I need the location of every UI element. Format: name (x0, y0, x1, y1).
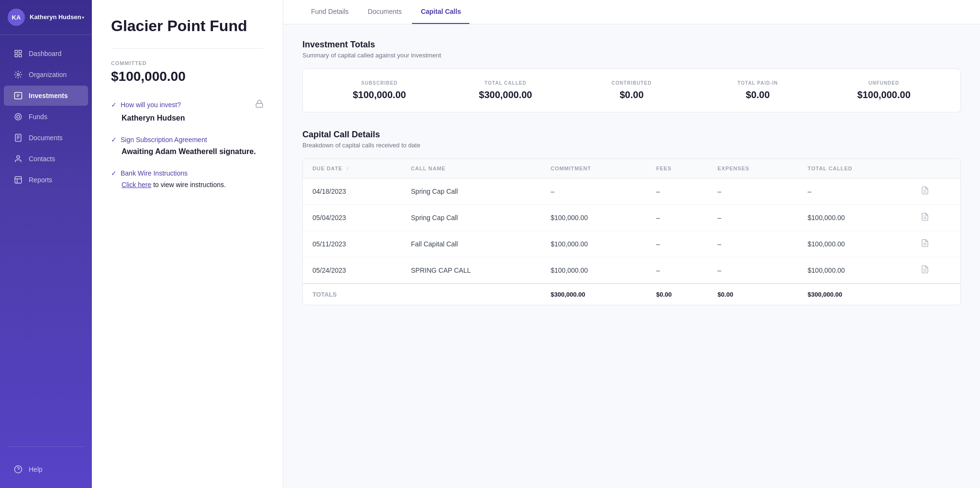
user-menu[interactable]: KA Katheryn Hudsen ▾ (0, 0, 92, 35)
tabs-bar: Fund Details Documents Capital Calls (283, 0, 980, 24)
tab-fund-details[interactable]: Fund Details (302, 0, 357, 24)
svg-rect-12 (256, 103, 263, 107)
organization-icon (13, 70, 23, 79)
total-contributed: CONTRIBUTED $0.00 (568, 80, 695, 100)
capital-call-details-title: Capital Call Details (302, 130, 961, 140)
capital-call-details-section: Capital Call Details Breakdown of capita… (302, 130, 961, 305)
funds-icon (13, 112, 23, 122)
table-row: 05/24/2023 SPRING CAP CALL $100,000.00 –… (303, 257, 960, 284)
svg-point-7 (17, 115, 20, 118)
content-area: Investment Totals Summary of capital cal… (283, 24, 980, 321)
totals-total-called: $300,000.00 (798, 284, 912, 305)
wire-instructions-link[interactable]: Click here (122, 181, 151, 189)
step-title-2: Sign Subscription Agreement (121, 136, 207, 144)
totals-card: SUBSCRIBED $100,000.00 TOTAL CALLED $300… (302, 68, 961, 112)
sidebar-item-contacts[interactable]: Contacts (4, 149, 88, 169)
row1-action (911, 178, 960, 205)
row2-commitment: $100,000.00 (541, 205, 646, 231)
th-due-date[interactable]: DUE DATE ↑ (303, 159, 401, 178)
sidebar: KA Katheryn Hudsen ▾ Dashboard Organizat… (0, 0, 92, 488)
sidebar-item-dashboard[interactable]: Dashboard (4, 44, 88, 64)
totals-expenses: $0.00 (708, 284, 798, 305)
sidebar-item-label-contacts: Contacts (29, 155, 55, 163)
sidebar-item-documents[interactable]: Documents (4, 128, 88, 148)
row4-commitment: $100,000.00 (541, 257, 646, 284)
row2-call-name: Spring Cap Call (401, 205, 541, 231)
th-actions (911, 159, 960, 178)
total-subscribed-value: $100,000.00 (316, 89, 443, 100)
svg-rect-10 (15, 177, 22, 183)
svg-point-6 (15, 113, 22, 120)
step-value-1: Katheryn Hudsen (111, 114, 264, 122)
row2-expenses: – (708, 205, 798, 231)
check-icon-2: ✓ (111, 136, 117, 144)
main-content: Glacier Point Fund COMMITTED $100,000.00… (92, 0, 980, 488)
sidebar-divider (8, 446, 84, 447)
sidebar-bottom: Help (0, 451, 92, 488)
th-fees: FEES (646, 159, 708, 178)
user-info: Katheryn Hudsen (30, 13, 82, 22)
lock-icon (255, 100, 264, 110)
row3-due-date: 05/11/2023 (303, 231, 401, 257)
row3-expenses: – (708, 231, 798, 257)
tab-documents[interactable]: Documents (359, 0, 411, 24)
svg-rect-2 (15, 55, 17, 57)
sidebar-item-label-organization: Organization (29, 71, 67, 78)
sidebar-item-label-documents: Documents (29, 134, 63, 142)
document-icon[interactable] (921, 188, 929, 196)
wire-instructions-text: to view wire instructions. (153, 181, 226, 189)
row3-fees: – (646, 231, 708, 257)
user-name: Katheryn Hudsen (30, 13, 82, 22)
row4-call-name: SPRING CAP CALL (401, 257, 541, 284)
sidebar-item-organization[interactable]: Organization (4, 65, 88, 85)
sidebar-item-label-help: Help (29, 466, 43, 473)
table-row: 05/11/2023 Fall Capital Call $100,000.00… (303, 231, 960, 257)
row3-action (911, 231, 960, 257)
svg-rect-1 (19, 50, 22, 53)
sidebar-nav: Dashboard Organization Investments Funds… (0, 35, 92, 443)
th-expenses: EXPENSES (708, 159, 798, 178)
sidebar-item-help[interactable]: Help (4, 459, 88, 479)
row1-due-date: 04/18/2023 (303, 178, 401, 205)
row1-call-name: Spring Cap Call (401, 178, 541, 205)
total-paid-in: TOTAL PAID-IN $0.00 (695, 80, 821, 100)
totals-commitment: $300,000.00 (541, 284, 646, 305)
left-panel: Glacier Point Fund COMMITTED $100,000.00… (92, 0, 283, 488)
investments-icon (13, 91, 23, 100)
row2-total-called: $100,000.00 (798, 205, 912, 231)
investment-totals-title: Investment Totals (302, 40, 961, 50)
row1-fees: – (646, 178, 708, 205)
divider (111, 48, 264, 49)
row3-commitment: $100,000.00 (541, 231, 646, 257)
contributed-value: $0.00 (568, 89, 695, 100)
step-title-3: Bank Wire Instructions (121, 169, 188, 177)
sidebar-item-label-reports: Reports (29, 176, 52, 184)
document-icon[interactable] (921, 267, 929, 275)
investment-totals-section: Investment Totals Summary of capital cal… (302, 40, 961, 112)
row2-action (911, 205, 960, 231)
table-header-row: DUE DATE ↑ CALL NAME COMMITMENT FEES EXP… (303, 159, 960, 178)
table-totals-row: TOTALS $300,000.00 $0.00 $0.00 $300,000.… (303, 284, 960, 305)
sort-arrow-icon: ↑ (346, 166, 349, 171)
sidebar-item-investments[interactable]: Investments (4, 86, 88, 106)
fund-title: Glacier Point Fund (111, 17, 264, 35)
document-icon[interactable] (921, 214, 929, 222)
th-call-name: CALL NAME (401, 159, 541, 178)
sidebar-item-funds[interactable]: Funds (4, 107, 88, 127)
check-icon-1: ✓ (111, 101, 117, 109)
unfunded-label: UNFUNDED (821, 80, 947, 86)
th-commitment: COMMITMENT (541, 159, 646, 178)
right-panel: Fund Details Documents Capital Calls Inv… (283, 0, 980, 488)
chevron-down-icon: ▾ (82, 15, 84, 20)
unfunded-value: $100,000.00 (821, 89, 947, 100)
sidebar-item-label-funds: Funds (29, 113, 47, 121)
help-icon (13, 465, 23, 474)
sidebar-item-reports[interactable]: Reports (4, 170, 88, 190)
committed-label: COMMITTED (111, 60, 264, 66)
tab-capital-calls[interactable]: Capital Calls (412, 0, 469, 24)
dashboard-icon (13, 49, 23, 58)
row4-due-date: 05/24/2023 (303, 257, 401, 284)
reports-icon (13, 175, 23, 185)
step-how-invest: ✓ How will you invest? Katheryn Hudsen (111, 100, 264, 122)
document-icon[interactable] (921, 241, 929, 249)
